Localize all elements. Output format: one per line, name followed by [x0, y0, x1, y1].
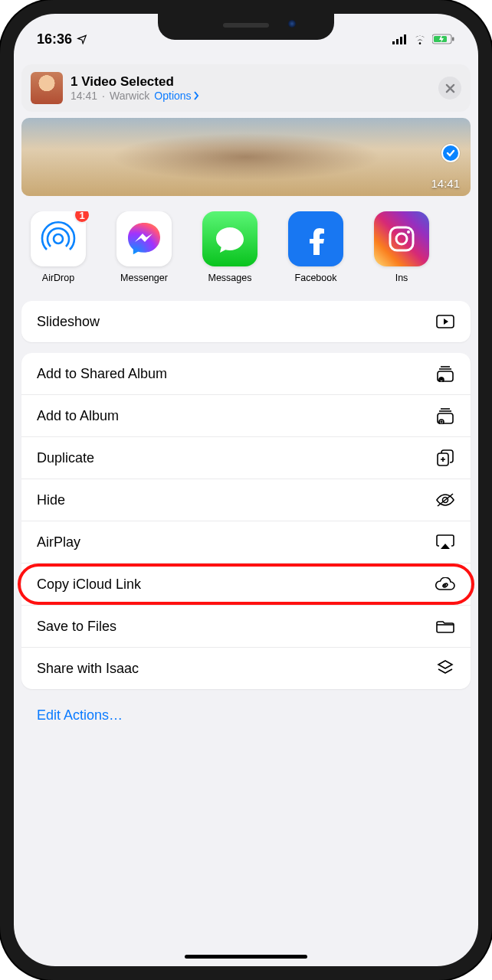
svg-rect-1: [396, 39, 399, 44]
video-thumbnail: [31, 72, 63, 104]
header-text: 1 Video Selected 14:41 · Warwick Options: [71, 74, 431, 102]
messages-label: Messages: [198, 273, 262, 284]
location-icon: [77, 34, 87, 44]
status-indicators: [392, 34, 455, 44]
status-time-group: 16:36: [37, 31, 87, 47]
selected-video-preview[interactable]: 14:41: [21, 118, 471, 196]
svg-rect-3: [404, 34, 406, 44]
header-time: 14:41: [71, 90, 97, 102]
action-label: Share with Isaac: [37, 661, 139, 677]
messages-icon: [202, 211, 257, 266]
app-messenger[interactable]: Messenger: [112, 211, 176, 284]
status-time: 16:36: [37, 31, 72, 47]
add-album-icon: [435, 407, 455, 424]
options-button[interactable]: Options: [154, 90, 198, 102]
action-save-to-files[interactable]: Save to Files: [21, 606, 471, 648]
edit-actions-button[interactable]: Edit Actions…: [21, 700, 471, 724]
svg-rect-6: [452, 38, 454, 41]
action-group-2: Add to Shared Album Add to Album Duplica…: [21, 353, 471, 689]
svg-point-10: [407, 230, 410, 234]
app-facebook[interactable]: Facebook: [284, 211, 348, 284]
messenger-label: Messenger: [112, 273, 176, 284]
instagram-icon: [374, 211, 429, 266]
svg-rect-8: [390, 227, 413, 250]
action-label: Add to Shared Album: [37, 366, 167, 382]
shortcuts-icon: [435, 660, 455, 677]
action-label: Slideshow: [37, 314, 100, 330]
action-share-with-contact[interactable]: Share with Isaac: [21, 648, 471, 689]
chevron-right-icon: [193, 91, 199, 100]
app-messages[interactable]: Messages: [198, 211, 262, 284]
check-icon: [445, 148, 456, 158]
action-add-shared-album[interactable]: Add to Shared Album: [21, 353, 471, 395]
action-slideshow[interactable]: Slideshow: [21, 301, 471, 342]
share-sheet: 1 Video Selected 14:41 · Warwick Options: [14, 64, 478, 966]
airdrop-badge: 1: [74, 211, 90, 224]
close-button[interactable]: [438, 77, 461, 100]
icloud-link-icon: [435, 576, 455, 593]
action-label: Save to Files: [37, 619, 116, 635]
action-label: Duplicate: [37, 450, 94, 466]
messenger-icon: [116, 211, 172, 266]
selected-checkmark: [441, 144, 460, 162]
cellular-icon: [392, 34, 408, 44]
shared-album-icon: [435, 365, 455, 382]
action-label: Copy iCloud Link: [37, 577, 141, 593]
header-location: Warwick: [110, 90, 149, 102]
airplay-icon: [435, 534, 455, 550]
play-rect-icon: [435, 313, 455, 330]
video-duration: 14:41: [431, 177, 460, 190]
duplicate-icon: [435, 449, 455, 466]
wifi-icon: [412, 34, 428, 44]
header-title: 1 Video Selected: [71, 74, 431, 90]
facebook-icon: [288, 211, 343, 266]
action-copy-icloud-link[interactable]: Copy iCloud Link: [21, 564, 471, 606]
airdrop-label: AirDrop: [26, 273, 90, 284]
action-label: Add to Album: [37, 408, 119, 424]
svg-rect-0: [392, 41, 395, 44]
home-indicator[interactable]: [185, 955, 307, 959]
folder-icon: [435, 618, 455, 635]
svg-point-9: [396, 234, 407, 244]
hide-icon: [435, 492, 455, 508]
airdrop-icon: 1: [31, 211, 86, 266]
share-apps-row[interactable]: 1 AirDrop Messenger Messages: [21, 211, 471, 301]
instagram-label: Ins: [369, 273, 434, 284]
app-airdrop[interactable]: 1 AirDrop: [26, 211, 90, 284]
device-frame: 16:36 1 Video Selected 14:41 · Warwick: [0, 0, 492, 980]
svg-point-7: [54, 234, 63, 243]
action-label: Hide: [37, 492, 65, 508]
close-icon: [445, 83, 455, 93]
action-add-album[interactable]: Add to Album: [21, 395, 471, 437]
screen: 16:36 1 Video Selected 14:41 · Warwick: [14, 14, 478, 966]
app-instagram[interactable]: Ins: [369, 211, 434, 284]
facebook-label: Facebook: [284, 273, 348, 284]
action-airplay[interactable]: AirPlay: [21, 521, 471, 564]
notch: [158, 14, 334, 40]
share-header: 1 Video Selected 14:41 · Warwick Options: [21, 64, 471, 112]
action-hide[interactable]: Hide: [21, 479, 471, 521]
action-label: AirPlay: [37, 534, 80, 550]
header-subtitle: 14:41 · Warwick Options: [71, 90, 431, 102]
battery-icon: [432, 34, 455, 44]
svg-rect-2: [400, 37, 402, 44]
action-group-1: Slideshow: [21, 301, 471, 342]
action-duplicate[interactable]: Duplicate: [21, 437, 471, 479]
